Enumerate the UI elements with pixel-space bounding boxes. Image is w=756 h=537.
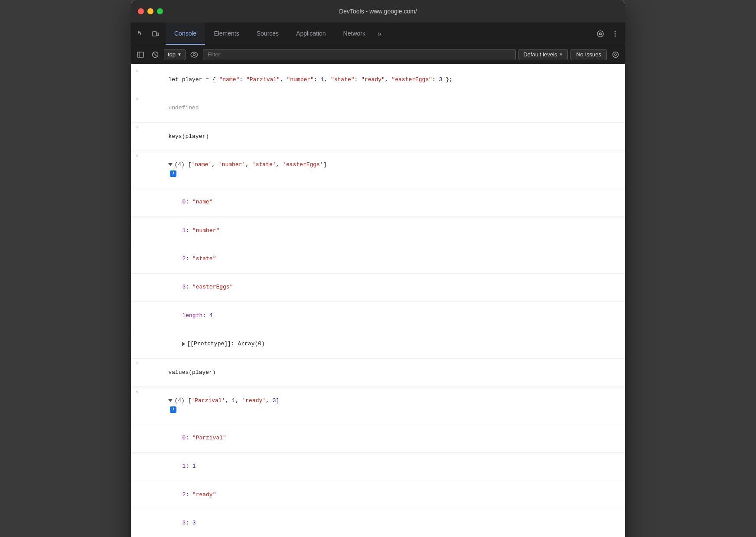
default-levels-dropdown[interactable]: Default levels ▼: [518, 49, 568, 60]
info-badge-2[interactable]: i: [170, 406, 176, 413]
tab-network[interactable]: Network: [335, 23, 374, 45]
tab-bar-left-icons: [131, 23, 166, 45]
line-expand-arrow-1[interactable]: ›: [133, 66, 141, 75]
console-line-4d: 3: "easterEggs": [131, 274, 625, 302]
collapse-triangle-icon[interactable]: [168, 163, 173, 166]
line-content-6d: 3: 3: [155, 510, 622, 537]
console-line-6a: 0: "Parzival": [131, 424, 625, 452]
indent-arrow-6b: [147, 453, 155, 454]
line-expand-arrow-5[interactable]: ›: [133, 359, 141, 368]
line-content-6c: 2: "ready": [155, 481, 622, 508]
indent-arrow-4c: [147, 246, 155, 246]
svg-line-26: [613, 52, 614, 53]
console-line-3: › keys(player): [131, 123, 625, 151]
svg-line-10: [603, 31, 603, 32]
console-line-1: › let player = { "name": "Parzival", "nu…: [131, 66, 625, 94]
indent-arrow-4f: [147, 331, 155, 331]
line-return-arrow-2: ‹: [133, 95, 141, 103]
console-line-4: ‹ (4) ['name', 'number', 'state', 'easte…: [131, 151, 625, 188]
console-line-4c: 2: "state": [131, 245, 625, 273]
line-content-6a: 0: "Parzival": [155, 425, 622, 452]
console-line-4f: [[Prototype]]: Array(0): [131, 330, 625, 358]
title-bar: DevTools - www.google.com/: [131, 0, 625, 23]
indent-arrow-4b: [147, 217, 155, 218]
settings-gear-icon[interactable]: [594, 27, 607, 40]
device-toolbar-icon[interactable]: [149, 27, 162, 40]
dropdown-arrow-icon: ▼: [177, 52, 182, 57]
line-content-5: values(player): [141, 359, 622, 386]
indent-arrow-6d: [147, 510, 155, 511]
minimize-button[interactable]: [147, 8, 153, 14]
tab-application[interactable]: Application: [287, 23, 335, 45]
line-content-4f: [[Prototype]]: Array(0): [155, 331, 622, 357]
console-output: › let player = { "name": "Parzival", "nu…: [131, 64, 625, 537]
line-content-4c: 2: "state": [155, 246, 622, 272]
svg-point-13: [615, 33, 616, 34]
indent-arrow-4e: [147, 302, 155, 303]
maximize-button[interactable]: [157, 8, 163, 14]
line-content-4d: 3: "easterEggs": [155, 274, 622, 301]
info-badge-1[interactable]: i: [170, 170, 176, 177]
line-return-arrow-6: ‹: [133, 387, 141, 396]
levels-dropdown-arrow-icon: ▼: [559, 52, 563, 57]
svg-point-19: [193, 53, 195, 56]
line-content-4a: 0: "name": [155, 189, 622, 216]
line-content-4b: 1: "number": [155, 217, 622, 244]
svg-line-27: [617, 56, 618, 56]
svg-line-9: [603, 36, 603, 36]
line-expand-arrow-3[interactable]: ›: [133, 123, 141, 132]
clear-console-icon[interactable]: [149, 49, 161, 61]
collapse-triangle-icon-2[interactable]: [168, 399, 173, 402]
tabs-container: Console Elements Sources Application Net…: [166, 23, 590, 45]
console-line-2: ‹ undefined: [131, 94, 625, 122]
tab-elements[interactable]: Elements: [205, 23, 248, 45]
line-return-arrow-4: ‹: [133, 151, 141, 160]
tab-bar: Console Elements Sources Application Net…: [131, 23, 625, 45]
line-content-1: let player = { "name": "Parzival", "numb…: [141, 66, 622, 93]
line-content-6: (4) ['Parzival', 1, 'ready', 3] i: [141, 387, 622, 423]
console-line-6c: 2: "ready": [131, 481, 625, 509]
line-content-4: (4) ['name', 'number', 'state', 'easterE…: [141, 151, 622, 187]
line-content-3: keys(player): [141, 123, 622, 150]
console-line-6b: 1: 1: [131, 453, 625, 481]
live-expressions-icon[interactable]: [188, 49, 200, 61]
svg-point-14: [615, 35, 616, 36]
svg-line-8: [598, 31, 598, 32]
traffic-lights: [138, 8, 163, 14]
context-selector[interactable]: top ▼: [164, 49, 186, 60]
no-issues-button[interactable]: No Issues: [570, 49, 607, 60]
filter-input[interactable]: [203, 49, 516, 60]
tab-bar-right-icons: [590, 23, 625, 45]
window-title: DevTools - www.google.com/: [339, 8, 417, 15]
svg-line-11: [598, 36, 598, 36]
svg-line-29: [613, 56, 614, 56]
svg-line-18: [153, 52, 157, 57]
console-line-6d: 3: 3: [131, 509, 625, 537]
close-button[interactable]: [138, 8, 144, 14]
indent-arrow-6a: [147, 425, 155, 426]
more-options-icon[interactable]: [609, 27, 622, 40]
console-line-5: › values(player): [131, 359, 625, 387]
indent-arrow-4d: [147, 274, 155, 275]
indent-arrow-4a: [147, 189, 155, 190]
console-line-4a: 0: "name": [131, 188, 625, 216]
svg-point-3: [600, 33, 602, 35]
svg-rect-1: [157, 33, 159, 36]
console-settings-icon[interactable]: [609, 49, 622, 61]
console-line-4e: length: 4: [131, 302, 625, 330]
tab-more-button[interactable]: »: [374, 23, 385, 45]
expand-prototype-icon[interactable]: [182, 342, 185, 346]
tab-console[interactable]: Console: [166, 23, 205, 45]
svg-line-28: [617, 52, 618, 53]
inspect-element-icon[interactable]: [134, 27, 147, 40]
svg-rect-0: [153, 32, 156, 36]
svg-rect-15: [137, 52, 143, 57]
tab-sources[interactable]: Sources: [248, 23, 287, 45]
line-content-2: undefined: [141, 95, 622, 121]
svg-point-21: [615, 54, 616, 56]
line-content-6b: 1: 1: [155, 453, 622, 480]
line-content-4e: length: 4: [155, 302, 622, 329]
indent-arrow-6c: [147, 481, 155, 482]
sidebar-toggle-icon[interactable]: [134, 49, 147, 61]
console-toolbar: top ▼ Default levels ▼ No Issues: [131, 45, 625, 64]
